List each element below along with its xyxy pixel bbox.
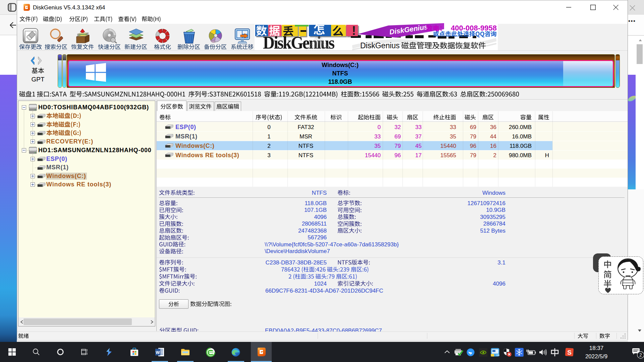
svg-text:2: 2 (639, 352, 642, 358)
svg-text:S: S (567, 349, 572, 356)
svg-text:W: W (156, 350, 160, 355)
svg-text:intel: intel (496, 354, 499, 356)
